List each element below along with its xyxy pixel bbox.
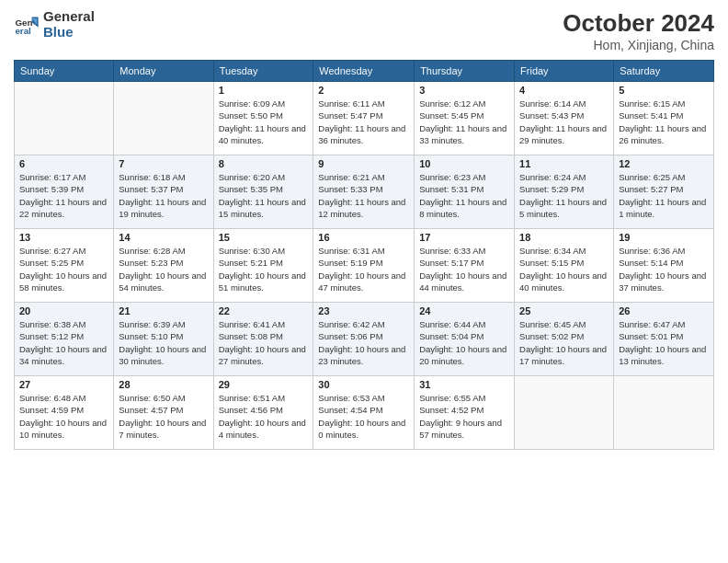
day-number: 4: [519, 85, 609, 96]
col-sunday: Sunday: [15, 61, 114, 82]
day-number: 5: [619, 85, 709, 96]
col-saturday: Saturday: [614, 61, 714, 82]
col-monday: Monday: [114, 61, 213, 82]
svg-text:eral: eral: [15, 25, 31, 35]
day-number: 9: [318, 158, 409, 169]
day-number: 22: [219, 305, 309, 316]
calendar-row: 13Sunrise: 6:27 AMSunset: 5:25 PMDayligh…: [15, 229, 714, 303]
day-number: 13: [19, 232, 108, 243]
day-info: Sunrise: 6:44 AMSunset: 5:04 PMDaylight:…: [419, 318, 509, 367]
page-header: Gen eral General Blue October 2024 Hom, …: [14, 9, 714, 52]
day-number: 17: [419, 232, 509, 243]
day-info: Sunrise: 6:21 AMSunset: 5:33 PMDaylight:…: [318, 171, 409, 220]
day-number: 1: [219, 85, 309, 96]
day-info: Sunrise: 6:25 AMSunset: 5:27 PMDaylight:…: [619, 171, 709, 220]
day-info: Sunrise: 6:41 AMSunset: 5:08 PMDaylight:…: [219, 318, 309, 367]
day-info: Sunrise: 6:17 AMSunset: 5:39 PMDaylight:…: [19, 171, 108, 220]
day-info: Sunrise: 6:50 AMSunset: 4:57 PMDaylight:…: [119, 392, 208, 441]
logo-blue: Blue: [43, 25, 95, 40]
day-number: 27: [19, 379, 108, 390]
table-row: 13Sunrise: 6:27 AMSunset: 5:25 PMDayligh…: [15, 229, 114, 303]
table-row: 7Sunrise: 6:18 AMSunset: 5:37 PMDaylight…: [114, 155, 213, 229]
day-info: Sunrise: 6:15 AMSunset: 5:41 PMDaylight:…: [619, 98, 709, 146]
calendar-row: 6Sunrise: 6:17 AMSunset: 5:39 PMDaylight…: [15, 155, 714, 229]
month-title: October 2024: [563, 9, 714, 38]
table-row: 1Sunrise: 6:09 AMSunset: 5:50 PMDaylight…: [213, 82, 313, 155]
table-row: 2Sunrise: 6:11 AMSunset: 5:47 PMDaylight…: [313, 82, 415, 155]
table-row: 29Sunrise: 6:51 AMSunset: 4:56 PMDayligh…: [213, 376, 313, 450]
day-number: 24: [419, 305, 509, 316]
day-info: Sunrise: 6:48 AMSunset: 4:59 PMDaylight:…: [19, 392, 108, 441]
table-row: 4Sunrise: 6:14 AMSunset: 5:43 PMDaylight…: [515, 82, 614, 155]
table-row: 16Sunrise: 6:31 AMSunset: 5:19 PMDayligh…: [313, 229, 415, 303]
day-number: 16: [318, 232, 409, 243]
day-info: Sunrise: 6:30 AMSunset: 5:21 PMDaylight:…: [219, 245, 309, 293]
day-number: 28: [119, 379, 208, 390]
day-info: Sunrise: 6:28 AMSunset: 5:23 PMDaylight:…: [119, 245, 208, 293]
day-number: 18: [519, 232, 609, 243]
day-number: 10: [419, 158, 509, 169]
day-number: 23: [318, 305, 409, 316]
day-info: Sunrise: 6:14 AMSunset: 5:43 PMDaylight:…: [519, 98, 609, 146]
table-row: 20Sunrise: 6:38 AMSunset: 5:12 PMDayligh…: [15, 303, 114, 376]
day-info: Sunrise: 6:33 AMSunset: 5:17 PMDaylight:…: [419, 245, 509, 293]
col-thursday: Thursday: [415, 61, 515, 82]
logo: Gen eral General Blue: [14, 9, 95, 40]
calendar-row: 1Sunrise: 6:09 AMSunset: 5:50 PMDaylight…: [15, 82, 714, 155]
table-row: [614, 376, 714, 450]
location: Hom, Xinjiang, China: [563, 38, 714, 52]
day-info: Sunrise: 6:18 AMSunset: 5:37 PMDaylight:…: [119, 171, 208, 220]
table-row: 31Sunrise: 6:55 AMSunset: 4:52 PMDayligh…: [415, 376, 515, 450]
col-tuesday: Tuesday: [213, 61, 313, 82]
day-number: 11: [519, 158, 609, 169]
day-number: 20: [19, 305, 108, 316]
day-info: Sunrise: 6:20 AMSunset: 5:35 PMDaylight:…: [219, 171, 309, 220]
logo-icon: Gen eral: [14, 12, 40, 38]
day-info: Sunrise: 6:34 AMSunset: 5:15 PMDaylight:…: [519, 245, 609, 293]
day-number: 25: [519, 305, 609, 316]
day-info: Sunrise: 6:09 AMSunset: 5:50 PMDaylight:…: [219, 98, 309, 146]
day-info: Sunrise: 6:39 AMSunset: 5:10 PMDaylight:…: [119, 318, 208, 367]
day-info: Sunrise: 6:51 AMSunset: 4:56 PMDaylight:…: [219, 392, 309, 441]
col-friday: Friday: [515, 61, 614, 82]
day-info: Sunrise: 6:27 AMSunset: 5:25 PMDaylight:…: [19, 245, 108, 293]
table-row: 14Sunrise: 6:28 AMSunset: 5:23 PMDayligh…: [114, 229, 213, 303]
day-info: Sunrise: 6:23 AMSunset: 5:31 PMDaylight:…: [419, 171, 509, 220]
logo-text: General Blue: [43, 9, 95, 40]
table-row: 9Sunrise: 6:21 AMSunset: 5:33 PMDaylight…: [313, 155, 415, 229]
table-row: 3Sunrise: 6:12 AMSunset: 5:45 PMDaylight…: [415, 82, 515, 155]
table-row: 10Sunrise: 6:23 AMSunset: 5:31 PMDayligh…: [415, 155, 515, 229]
day-info: Sunrise: 6:53 AMSunset: 4:54 PMDaylight:…: [318, 392, 409, 441]
day-info: Sunrise: 6:38 AMSunset: 5:12 PMDaylight:…: [19, 318, 108, 367]
table-row: 24Sunrise: 6:44 AMSunset: 5:04 PMDayligh…: [415, 303, 515, 376]
day-number: 19: [619, 232, 709, 243]
table-row: 19Sunrise: 6:36 AMSunset: 5:14 PMDayligh…: [614, 229, 714, 303]
calendar-header-row: Sunday Monday Tuesday Wednesday Thursday…: [15, 61, 714, 82]
logo-general: General: [43, 9, 95, 25]
day-info: Sunrise: 6:31 AMSunset: 5:19 PMDaylight:…: [318, 245, 409, 293]
day-info: Sunrise: 6:45 AMSunset: 5:02 PMDaylight:…: [519, 318, 609, 367]
day-number: 7: [119, 158, 208, 169]
table-row: 25Sunrise: 6:45 AMSunset: 5:02 PMDayligh…: [515, 303, 614, 376]
day-number: 6: [19, 158, 108, 169]
table-row: 15Sunrise: 6:30 AMSunset: 5:21 PMDayligh…: [213, 229, 313, 303]
table-row: 30Sunrise: 6:53 AMSunset: 4:54 PMDayligh…: [313, 376, 415, 450]
table-row: [114, 82, 213, 155]
day-number: 31: [419, 379, 509, 390]
table-row: 11Sunrise: 6:24 AMSunset: 5:29 PMDayligh…: [515, 155, 614, 229]
table-row: 26Sunrise: 6:47 AMSunset: 5:01 PMDayligh…: [614, 303, 714, 376]
day-info: Sunrise: 6:24 AMSunset: 5:29 PMDaylight:…: [519, 171, 609, 220]
day-info: Sunrise: 6:47 AMSunset: 5:01 PMDaylight:…: [619, 318, 709, 367]
day-number: 29: [219, 379, 309, 390]
calendar-row: 20Sunrise: 6:38 AMSunset: 5:12 PMDayligh…: [15, 303, 714, 376]
day-info: Sunrise: 6:11 AMSunset: 5:47 PMDaylight:…: [318, 98, 409, 146]
day-number: 30: [318, 379, 409, 390]
day-info: Sunrise: 6:55 AMSunset: 4:52 PMDaylight:…: [419, 392, 509, 441]
table-row: 8Sunrise: 6:20 AMSunset: 5:35 PMDaylight…: [213, 155, 313, 229]
table-row: 12Sunrise: 6:25 AMSunset: 5:27 PMDayligh…: [614, 155, 714, 229]
title-block: October 2024 Hom, Xinjiang, China: [563, 9, 714, 52]
calendar: Sunday Monday Tuesday Wednesday Thursday…: [14, 60, 714, 450]
table-row: [15, 82, 114, 155]
day-number: 15: [219, 232, 309, 243]
day-info: Sunrise: 6:36 AMSunset: 5:14 PMDaylight:…: [619, 245, 709, 293]
